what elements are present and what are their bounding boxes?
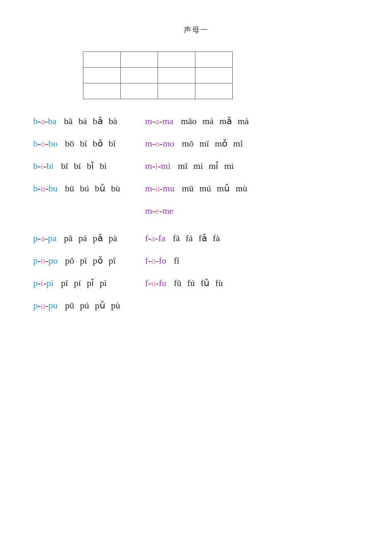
b-u-bu-row: b-u-bu bū bú bǔ bù [33,183,120,194]
b-column: b-a-ba bā bá bǎ bà b-o-bo bō bï bǒ bî b-… [33,116,120,216]
b-letter: b [33,116,38,127]
m-u-mu-row: m-u-mu mū mú mǔ mù [145,183,249,194]
b-a-ba-row: b-a-ba bā bá bǎ bà [33,116,120,127]
p-u-pu-row: p-u-pu pū pú pǔ pù [33,300,120,311]
m-a-ma-row: m-a-ma māo má mǎ mà [145,116,249,127]
p-i-pi-row: p-i-pi pī pí pǐ pì [33,278,120,289]
f-column: f-a-fa fā fá fǎ fà f-o-fo fï f-u-fu fū [145,233,223,311]
m-e-me-row: m-e-me [145,205,249,216]
pf-section: p-a-pa pā pá pǎ pà p-o-po pō pï pǒ pî p-… [33,233,359,311]
a-letter: a [41,116,45,127]
tone2: bá [78,116,87,127]
b-i-bi-row: b-i-bi bī bí bǐ bì [33,161,120,171]
m-i-mi-row: m-i-mi mī mí mǐ mì [145,161,249,171]
page-title: 声母一 [33,25,359,35]
f-a-fa-row: f-a-fa fā fá fǎ fà [145,233,223,244]
p-o-po-row: p-o-po pō pï pǒ pî [33,255,120,266]
m-column: m-a-ma māo má mǎ mà m-o-mo mō mï mǒ mî m… [145,116,249,216]
m-o-mo-row: m-o-mo mō mï mǒ mî [145,138,249,149]
practice-grid [83,51,233,99]
p-a-pa-row: p-a-pa pā pá pǎ pà [33,233,120,244]
b-o-bo-row: b-o-bo bō bï bǒ bî [33,138,120,149]
ba-combo: ba [48,116,56,127]
bm-section: b-a-ba bā bá bǎ bà b-o-bo bō bï bǒ bî b-… [33,116,359,216]
f-u-fu-row: f-u-fu fū fú fǔ fù [145,278,223,289]
p-column: p-a-pa pā pá pǎ pà p-o-po pō pï pǒ pî p-… [33,233,120,311]
f-o-fo-row: f-o-fo fï [145,255,223,266]
tone3: bǎ [93,116,103,127]
tone1: bā [64,116,73,127]
tone4: bà [109,116,117,127]
